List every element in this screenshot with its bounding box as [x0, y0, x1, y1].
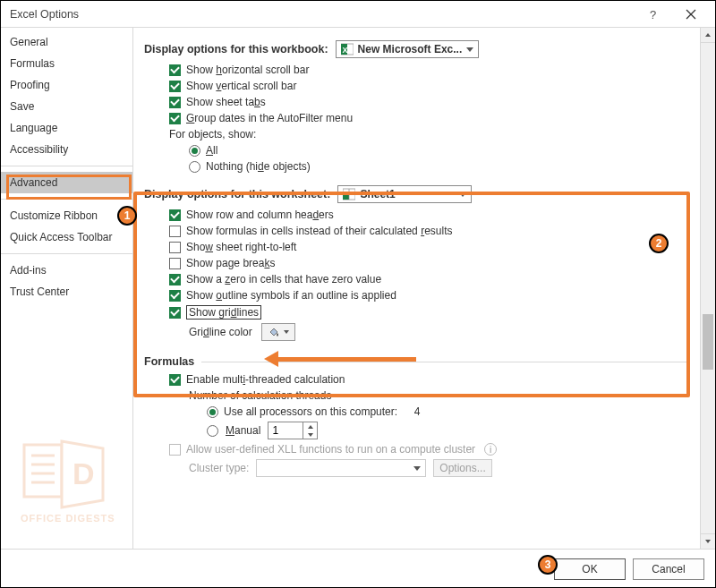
opt-outline[interactable]: Show outline symbols if an outline is ap…: [144, 287, 690, 303]
checkbox-icon: [169, 209, 181, 221]
sidebar-item-save[interactable]: Save: [1, 96, 132, 117]
checkbox-icon: [169, 258, 181, 269]
sidebar-item-label: Customize Ribbon: [10, 209, 98, 222]
sidebar-separator: [1, 166, 132, 166]
num-threads-label: Number of calculation threads: [144, 388, 690, 404]
content-pane: Display options for this workbook: X New…: [133, 28, 715, 549]
radio-icon: [207, 425, 218, 437]
group-divider: [479, 194, 690, 195]
sidebar-item-general[interactable]: General: [1, 31, 132, 53]
spinner-buttons[interactable]: [303, 422, 317, 439]
checkbox-icon: [169, 444, 181, 456]
window-title: Excel Options: [10, 8, 635, 21]
workbook-combo[interactable]: X New Microsoft Exc...: [336, 40, 480, 58]
sidebar-item-label: Language: [10, 122, 57, 134]
annotation-badge-1: 1: [117, 206, 137, 226]
scroll-thumb[interactable]: [703, 314, 713, 370]
scroll-down-button[interactable]: [701, 533, 715, 549]
sidebar-item-qat[interactable]: Quick Access Toolbar: [1, 226, 132, 248]
checkbox-icon: [169, 307, 181, 319]
radio-icon: [207, 406, 218, 418]
checkbox-icon: [169, 81, 181, 92]
annotation-badge-3: 3: [538, 555, 558, 575]
manual-spinner[interactable]: [268, 422, 318, 439]
sidebar-item-label: Quick Access Toolbar: [10, 231, 113, 243]
proc-count: 4: [414, 405, 421, 418]
opt-xll: Allow user-defined XLL functions to run …: [144, 441, 690, 457]
group-divider: [201, 362, 690, 362]
sidebar-separator: [1, 199, 132, 200]
sidebar-item-label: Trust Center: [10, 285, 69, 298]
sidebar-item-label: General: [10, 36, 48, 48]
svg-text:X: X: [342, 46, 347, 55]
worksheet-combo-value: Sheet1: [360, 188, 395, 200]
opt-rtl[interactable]: Show sheet right-to-left: [144, 239, 690, 255]
checkbox-icon: [169, 113, 181, 124]
radio-manual[interactable]: Manual: [144, 420, 690, 441]
sidebar-item-label: Formulas: [10, 57, 55, 70]
sidebar-item-customize-ribbon[interactable]: Customize Ribbon: [1, 205, 132, 226]
close-button[interactable]: [672, 1, 710, 28]
paint-bucket-icon: [268, 326, 280, 338]
opt-gridlines[interactable]: Show gridlines: [144, 303, 690, 321]
gridline-color-row: Gridline color: [144, 321, 690, 343]
section-heading-formulas: Formulas: [144, 355, 690, 368]
worksheet-combo[interactable]: Sheet1: [337, 185, 472, 203]
opt-row-col-headers[interactable]: Show row and column headers: [144, 207, 690, 223]
svg-text:?: ?: [650, 9, 656, 20]
checkbox-icon: [169, 290, 181, 302]
opt-show-formulas[interactable]: Show formulas in cells instead of their …: [144, 223, 690, 239]
opt-zero[interactable]: Show a zero in cells that have zero valu…: [144, 271, 690, 287]
sidebar-item-trust-center[interactable]: Trust Center: [1, 281, 132, 303]
opt-hscroll[interactable]: Show horizontal scroll bar: [144, 62, 690, 78]
checkbox-icon: [169, 226, 181, 237]
vertical-scrollbar[interactable]: [700, 28, 715, 549]
radio-use-all[interactable]: Use all processors on this computer: 4: [144, 404, 690, 420]
sidebar-item-addins[interactable]: Add-ins: [1, 260, 132, 281]
svg-rect-7: [343, 193, 349, 200]
opt-group-dates[interactable]: Group dates in the AutoFilter menu: [144, 110, 690, 126]
for-objects-label: For objects, show:: [144, 126, 690, 142]
sidebar-item-language[interactable]: Language: [1, 117, 132, 139]
cluster-type-combo: [256, 459, 426, 477]
cancel-button[interactable]: Cancel: [633, 558, 704, 580]
sidebar-item-proofing[interactable]: Proofing: [1, 74, 132, 96]
scroll-up-button[interactable]: [701, 28, 715, 43]
sidebar-item-formulas[interactable]: Formulas: [1, 53, 132, 74]
sheet-icon: [342, 187, 356, 201]
sidebar-item-advanced[interactable]: Advanced: [1, 172, 132, 193]
cluster-row: Cluster type: Options...: [144, 457, 690, 479]
radio-all[interactable]: All: [144, 142, 690, 158]
sidebar-item-label: Add-ins: [10, 264, 47, 277]
sidebar: General Formulas Proofing Save Language …: [1, 28, 133, 549]
manual-spinner-input[interactable]: [268, 424, 303, 437]
checkbox-icon: [169, 64, 181, 76]
sidebar-item-label: Advanced: [10, 176, 57, 189]
sidebar-item-label: Accessibility: [10, 143, 68, 156]
opt-page-breaks[interactable]: Show page breaks: [144, 255, 690, 271]
excel-file-icon: X: [340, 42, 354, 56]
ok-button[interactable]: OK: [554, 558, 626, 580]
opt-vscroll[interactable]: Show vertical scroll bar: [144, 78, 690, 94]
opt-multi-thread[interactable]: Enable multi-threaded calculation: [144, 371, 690, 388]
checkbox-icon: [169, 274, 181, 285]
sidebar-item-accessibility[interactable]: Accessibility: [1, 139, 132, 160]
sidebar-item-label: Save: [10, 100, 34, 113]
sidebar-item-label: Proofing: [10, 79, 50, 91]
annotation-badge-2: 2: [649, 234, 669, 253]
sidebar-separator: [1, 253, 132, 254]
radio-nothing[interactable]: Nothing (hide objects): [144, 158, 690, 175]
section-heading-worksheet: Display options for this worksheet: Shee…: [144, 185, 690, 203]
titlebar: Excel Options ?: [1, 1, 715, 28]
cluster-options-button: Options...: [433, 459, 491, 477]
radio-icon: [189, 161, 200, 173]
radio-icon: [189, 145, 200, 157]
info-icon[interactable]: i: [484, 443, 497, 456]
checkbox-icon: [169, 242, 181, 253]
dialog-footer: OK Cancel: [1, 549, 715, 588]
checkbox-icon: [169, 97, 181, 108]
help-button[interactable]: ?: [635, 1, 672, 28]
gridline-color-button[interactable]: [261, 323, 295, 341]
opt-tabs[interactable]: Show sheet tabs: [144, 94, 690, 110]
checkbox-icon: [169, 374, 181, 386]
